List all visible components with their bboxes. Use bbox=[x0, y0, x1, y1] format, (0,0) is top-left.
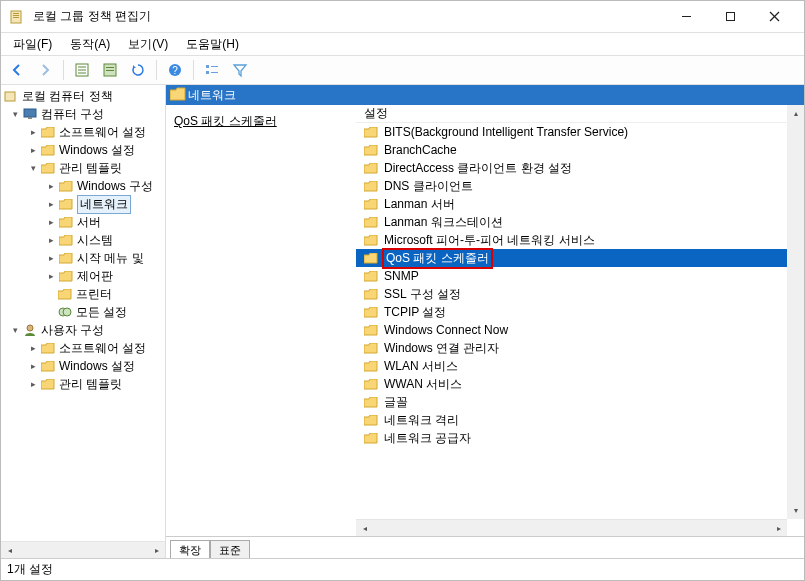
list-item[interactable]: QoS 패킷 스케줄러 bbox=[356, 249, 804, 267]
expand-icon[interactable]: ▸ bbox=[45, 252, 57, 264]
svg-text:?: ? bbox=[172, 65, 178, 76]
maximize-button[interactable] bbox=[708, 2, 752, 32]
settings-icon bbox=[57, 305, 73, 319]
views-button[interactable] bbox=[200, 58, 224, 82]
scroll-down-icon[interactable]: ▾ bbox=[787, 502, 804, 519]
tree-label: 사용자 구성 bbox=[41, 322, 104, 339]
list-item[interactable]: Windows 연결 관리자 bbox=[356, 339, 804, 357]
list-item-label: WWAN 서비스 bbox=[384, 376, 462, 393]
expand-icon[interactable]: ▸ bbox=[27, 144, 39, 156]
expand-icon[interactable]: ▸ bbox=[27, 342, 39, 354]
expand-icon[interactable]: ▸ bbox=[45, 234, 57, 246]
list-item[interactable]: TCPIP 설정 bbox=[356, 303, 804, 321]
properties-button[interactable] bbox=[98, 58, 122, 82]
list-item-label: 네트워크 격리 bbox=[384, 412, 459, 429]
selection-detail: QoS 패킷 스케줄러 bbox=[166, 105, 356, 536]
folder-icon bbox=[58, 233, 74, 247]
refresh-button[interactable] bbox=[126, 58, 150, 82]
folder-icon bbox=[364, 377, 380, 391]
tree-computer[interactable]: ▾ 컴퓨터 구성 bbox=[1, 105, 165, 123]
close-button[interactable] bbox=[752, 2, 796, 32]
details-button[interactable] bbox=[70, 58, 94, 82]
folder-icon bbox=[170, 87, 186, 104]
tree-label: 서버 bbox=[77, 214, 101, 231]
list-hscroll[interactable]: ◂ ▸ bbox=[356, 519, 787, 536]
folder-icon bbox=[364, 287, 380, 301]
list-item-label: 네트워크 공급자 bbox=[384, 430, 471, 447]
menu-file[interactable]: 파일(F) bbox=[5, 34, 60, 55]
collapse-icon[interactable]: ▾ bbox=[27, 162, 39, 174]
app-window: 로컬 그룹 정책 편집기 파일(F) 동작(A) 보기(V) 도움말(H) ? bbox=[0, 0, 805, 581]
list-item[interactable]: SSL 구성 설정 bbox=[356, 285, 804, 303]
filter-button[interactable] bbox=[228, 58, 252, 82]
tree-admin-startmenu[interactable]: ▸ 시작 메뉴 및 bbox=[1, 249, 165, 267]
list-item[interactable]: Lanman 워크스테이션 bbox=[356, 213, 804, 231]
list-item-label: BranchCache bbox=[384, 143, 457, 157]
tab-extended[interactable]: 확장 bbox=[170, 540, 210, 558]
folder-icon bbox=[364, 179, 380, 193]
list-item[interactable]: SNMP bbox=[356, 267, 804, 285]
list-item[interactable]: Windows Connect Now bbox=[356, 321, 804, 339]
tree-admin-system[interactable]: ▸ 시스템 bbox=[1, 231, 165, 249]
tree-user-sw[interactable]: ▸ 소프트웨어 설정 bbox=[1, 339, 165, 357]
list-item[interactable]: DirectAccess 클라이언트 환경 설정 bbox=[356, 159, 804, 177]
tree-admin-server[interactable]: ▸ 서버 bbox=[1, 213, 165, 231]
tree-label: 시작 메뉴 및 bbox=[77, 250, 144, 267]
folder-icon bbox=[364, 125, 380, 139]
tree-user-win[interactable]: ▸ Windows 설정 bbox=[1, 357, 165, 375]
list-item[interactable]: 글꼴 bbox=[356, 393, 804, 411]
expand-icon[interactable]: ▸ bbox=[45, 198, 57, 210]
tree-user-admin[interactable]: ▸ 관리 템플릿 bbox=[1, 375, 165, 393]
list-item[interactable]: 네트워크 격리 bbox=[356, 411, 804, 429]
list-item[interactable]: WWAN 서비스 bbox=[356, 375, 804, 393]
menu-view[interactable]: 보기(V) bbox=[120, 34, 176, 55]
list-item-label: Microsoft 피어-투-피어 네트워킹 서비스 bbox=[384, 232, 595, 249]
expand-icon[interactable]: ▸ bbox=[45, 270, 57, 282]
list-vscroll[interactable]: ▴ ▾ bbox=[787, 105, 804, 519]
expand-icon[interactable]: ▸ bbox=[27, 126, 39, 138]
list-item[interactable]: 네트워크 공급자 bbox=[356, 429, 804, 447]
menu-action[interactable]: 동작(A) bbox=[62, 34, 118, 55]
tree-root[interactable]: 로컬 컴퓨터 정책 bbox=[1, 87, 165, 105]
scroll-up-icon[interactable]: ▴ bbox=[787, 105, 804, 122]
menu-help[interactable]: 도움말(H) bbox=[178, 34, 247, 55]
collapse-icon[interactable]: ▾ bbox=[9, 108, 21, 120]
tree-admin-allsettings[interactable]: 모든 설정 bbox=[1, 303, 165, 321]
help-button[interactable]: ? bbox=[163, 58, 187, 82]
expand-icon[interactable]: ▸ bbox=[45, 180, 57, 192]
back-button[interactable] bbox=[5, 58, 29, 82]
settings-list[interactable]: 설정BITS(Background Intelligent Transfer S… bbox=[356, 105, 804, 536]
tree-sw-settings[interactable]: ▸ 소프트웨어 설정 bbox=[1, 123, 165, 141]
list-item[interactable]: Lanman 서버 bbox=[356, 195, 804, 213]
tree-admin-templates[interactable]: ▾ 관리 템플릿 bbox=[1, 159, 165, 177]
list-item[interactable]: WLAN 서비스 bbox=[356, 357, 804, 375]
expand-icon[interactable]: ▸ bbox=[27, 360, 39, 372]
expand-icon[interactable]: ▸ bbox=[45, 216, 57, 228]
scroll-left-icon[interactable]: ◂ bbox=[1, 542, 18, 559]
minimize-button[interactable] bbox=[664, 2, 708, 32]
scroll-right-icon[interactable]: ▸ bbox=[148, 542, 165, 559]
tab-standard[interactable]: 표준 bbox=[210, 540, 250, 558]
scroll-right-icon[interactable]: ▸ bbox=[770, 520, 787, 537]
list-item[interactable]: Microsoft 피어-투-피어 네트워킹 서비스 bbox=[356, 231, 804, 249]
column-header-setting[interactable]: 설정 bbox=[356, 105, 804, 123]
collapse-icon[interactable]: ▾ bbox=[9, 324, 21, 336]
forward-button[interactable] bbox=[33, 58, 57, 82]
tree-admin-network[interactable]: ▸ 네트워크 bbox=[1, 195, 165, 213]
tree-admin-printer[interactable]: 프린터 bbox=[1, 285, 165, 303]
list-item[interactable]: BranchCache bbox=[356, 141, 804, 159]
tree-admin-controlpanel[interactable]: ▸ 제어판 bbox=[1, 267, 165, 285]
folder-icon bbox=[40, 341, 56, 355]
scroll-left-icon[interactable]: ◂ bbox=[356, 520, 373, 537]
tree-hscroll[interactable]: ◂ ▸ bbox=[1, 541, 165, 558]
expand-icon[interactable]: ▸ bbox=[27, 378, 39, 390]
svg-rect-1 bbox=[13, 13, 19, 14]
list-item[interactable]: BITS(Background Intelligent Transfer Ser… bbox=[356, 123, 804, 141]
list-item-label: Lanman 워크스테이션 bbox=[384, 214, 503, 231]
tree-win-settings[interactable]: ▸ Windows 설정 bbox=[1, 141, 165, 159]
list-item[interactable]: DNS 클라이언트 bbox=[356, 177, 804, 195]
policy-tree[interactable]: 로컬 컴퓨터 정책 ▾ 컴퓨터 구성 ▸ 소프트웨어 설정 ▸ Windows … bbox=[1, 85, 165, 541]
tree-user[interactable]: ▾ 사용자 구성 bbox=[1, 321, 165, 339]
tree-admin-windows[interactable]: ▸ Windows 구성 bbox=[1, 177, 165, 195]
toolbar-separator bbox=[193, 60, 194, 80]
